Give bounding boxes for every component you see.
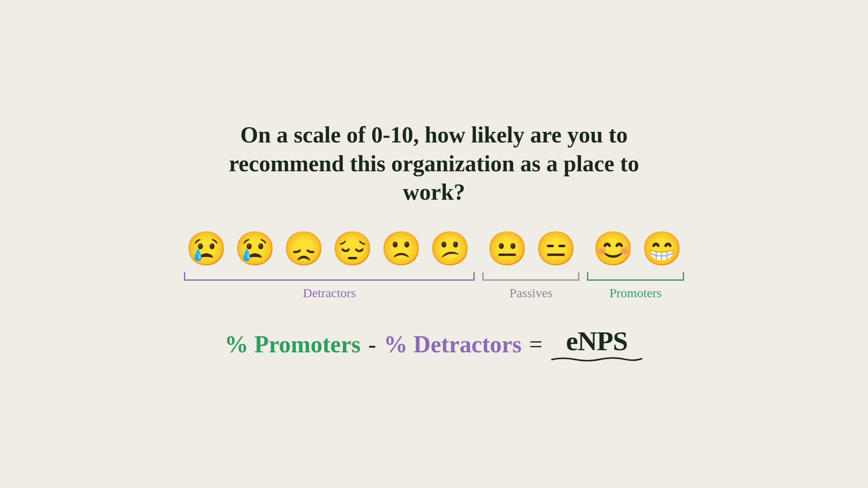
bracket-bar-passives: [482, 272, 579, 281]
formula-detractors-text: % Detractors: [384, 331, 521, 358]
emoji-9: 😁: [641, 232, 682, 265]
formula-equals: =: [529, 331, 542, 358]
emoji-0: 😢: [186, 232, 227, 265]
emoji-3: 😔: [332, 232, 373, 265]
formula-row: % Promoters - % Detractors = eNPS: [225, 326, 643, 363]
bracket-promoters: Promoters: [587, 272, 684, 300]
formula-promoters-text: % Promoters: [225, 331, 361, 358]
formula-enps: eNPS: [566, 326, 627, 357]
formula-minus: -: [368, 331, 376, 358]
emoji-row: 😢 😢 😞 😔 🙁 😕 😐 😑 😊 😁: [186, 232, 682, 265]
emoji-1: 😢: [234, 232, 275, 265]
emoji-2: 😞: [283, 232, 324, 265]
question-text: On a scale of 0-10, how likely are you t…: [201, 121, 667, 207]
bracket-bar-promoters: [587, 272, 684, 281]
scale-section: 😢 😢 😞 😔 🙁 😕 😐 😑 😊 😁 Detractors Pass: [95, 232, 773, 300]
formula-enps-wrapper: eNPS: [550, 326, 643, 363]
emoji-5: 😕: [429, 232, 470, 265]
bracket-passives: Passives: [482, 272, 579, 300]
emoji-4: 🙁: [381, 232, 422, 265]
bracket-bar-detractors: [184, 272, 475, 281]
main-card: On a scale of 0-10, how likely are you t…: [53, 87, 815, 401]
bracket-detractors: Detractors: [184, 272, 475, 300]
emoji-8: 😊: [593, 232, 634, 265]
emoji-6: 😐: [487, 232, 528, 265]
brackets-container: Detractors Passives Promoters: [184, 272, 684, 300]
label-detractors: Detractors: [303, 286, 356, 300]
label-passives: Passives: [509, 286, 553, 300]
label-promoters: Promoters: [609, 286, 662, 300]
emoji-7: 😑: [535, 232, 576, 265]
enps-underline: [550, 355, 643, 363]
